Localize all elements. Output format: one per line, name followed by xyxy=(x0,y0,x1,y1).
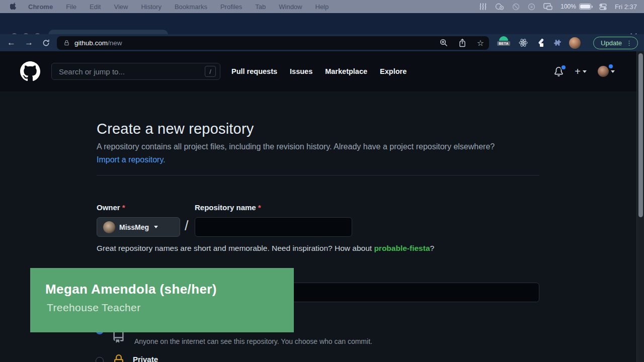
search-input[interactable] xyxy=(56,67,205,76)
battery-indicator[interactable]: 100% xyxy=(560,3,591,10)
share-icon[interactable] xyxy=(459,39,466,47)
macos-menubar: Chrome File Edit View History Bookmarks … xyxy=(0,0,644,13)
presenter-name: Megan Amendola (she/her) xyxy=(45,282,294,297)
back-button[interactable]: ← xyxy=(7,38,16,48)
menubar-clock[interactable]: Fri 2:37 xyxy=(615,3,637,11)
menubar-menus: Chrome File Edit View History Bookmarks … xyxy=(28,3,329,11)
bookmark-star-icon[interactable]: ☆ xyxy=(477,38,484,48)
menu-profiles[interactable]: Profiles xyxy=(220,3,242,11)
update-label: Update xyxy=(601,39,622,47)
github-nav: Pull requests Issues Marketplace Explore xyxy=(231,67,407,75)
repo-name-hint: Great repository names are short and mem… xyxy=(97,244,434,253)
battery-icon xyxy=(579,4,591,10)
owner-avatar xyxy=(103,221,115,233)
nav-issues[interactable]: Issues xyxy=(290,67,312,75)
menubar-status-area: 100% Fri 2:37 xyxy=(479,3,637,11)
url-path: /new xyxy=(108,39,122,47)
repository-name-input[interactable] xyxy=(195,217,352,237)
nav-pull-requests[interactable]: Pull requests xyxy=(231,67,277,75)
suggested-repo-name[interactable]: probable-fiesta xyxy=(374,244,430,252)
chevron-down-icon xyxy=(611,70,615,73)
slash-key-hint: / xyxy=(205,66,216,77)
github-search-box[interactable]: / xyxy=(51,63,220,80)
github-logo-icon[interactable] xyxy=(20,61,40,81)
browser-tabstrip: Create a New Repository × + xyxy=(0,13,644,34)
beta-badge: BETA xyxy=(497,41,510,46)
nav-marketplace[interactable]: Marketplace xyxy=(325,67,367,75)
owner-name: MissMeg xyxy=(119,223,149,231)
menu-file[interactable]: File xyxy=(66,3,76,11)
url-host: github.com xyxy=(74,39,108,47)
forward-button[interactable]: → xyxy=(25,38,33,48)
status-circle-icon[interactable] xyxy=(528,3,535,11)
control-center-icon[interactable] xyxy=(599,4,607,10)
create-new-dropdown[interactable]: + xyxy=(575,66,587,76)
hint-question-mark: ? xyxy=(430,244,435,252)
url-text: github.com/new xyxy=(74,39,122,47)
plus-icon: + xyxy=(575,66,581,76)
scrollbar-thumb[interactable] xyxy=(638,53,643,217)
presenter-lower-third: Megan Amendola (she/her) Treehouse Teach… xyxy=(30,268,294,332)
owner-repo-separator: / xyxy=(185,218,189,234)
screen: Chrome File Edit View History Bookmarks … xyxy=(0,0,644,362)
reload-button[interactable] xyxy=(42,39,50,47)
apple-menu-icon[interactable] xyxy=(10,3,17,11)
avatar-notification-dot xyxy=(608,63,614,69)
steam-waves-icon[interactable] xyxy=(479,3,487,10)
chevron-down-icon xyxy=(583,70,587,73)
menu-tab[interactable]: Tab xyxy=(255,3,266,11)
owner-select-button[interactable]: MissMeg xyxy=(97,217,180,237)
coin-badge-icon[interactable] xyxy=(495,3,504,10)
owner-label: Owner* xyxy=(97,203,125,212)
private-radio[interactable] xyxy=(96,357,104,362)
required-asterisk: * xyxy=(122,203,125,212)
notification-dot xyxy=(560,64,567,70)
notifications-bell-icon[interactable] xyxy=(554,67,564,76)
extensions-puzzle-icon[interactable] xyxy=(553,39,561,47)
repository-name-label: Repository name* xyxy=(195,203,261,212)
public-description: Anyone on the internet can see this repo… xyxy=(134,337,372,345)
browser-addressbar: ← → github.com/new xyxy=(0,34,644,51)
presenter-role: Treehouse Teacher xyxy=(47,302,294,314)
menu-window[interactable]: Window xyxy=(279,3,302,11)
menu-history[interactable]: History xyxy=(141,3,161,11)
intro-text: A repository contains all project files,… xyxy=(97,140,512,166)
private-label: Private xyxy=(133,355,158,362)
github-avatar xyxy=(598,66,609,77)
site-lock-icon[interactable] xyxy=(64,40,69,46)
page-title: Create a new repository xyxy=(97,121,254,137)
lock-icon xyxy=(113,354,125,362)
battery-percent: 100% xyxy=(560,3,576,10)
menu-chrome[interactable]: Chrome xyxy=(28,3,53,11)
github-header: / Pull requests Issues Marketplace Explo… xyxy=(0,51,644,92)
browser-menu-kebab-icon[interactable]: ⋮ xyxy=(626,39,632,47)
menu-edit[interactable]: Edit xyxy=(90,3,101,11)
menu-view[interactable]: View xyxy=(114,3,128,11)
chrome-update-button[interactable]: Update ⋮ xyxy=(593,37,638,49)
menu-bookmarks[interactable]: Bookmarks xyxy=(175,3,207,11)
eyedropper-extension-icon[interactable] xyxy=(535,38,545,48)
zoom-page-icon[interactable] xyxy=(440,39,448,47)
display-mirroring-icon[interactable] xyxy=(543,3,552,10)
required-asterisk: * xyxy=(258,203,261,212)
url-field[interactable]: github.com/new ☆ xyxy=(57,36,489,50)
beta-extension-icon[interactable]: BETA xyxy=(496,36,511,49)
extensions-area: BETA xyxy=(496,36,644,49)
profile-dropdown[interactable] xyxy=(598,66,615,77)
hint-text: Great repository names are short and mem… xyxy=(97,244,374,252)
nav-explore[interactable]: Explore xyxy=(380,67,407,75)
chevron-down-icon xyxy=(154,226,158,228)
scrollbar-track[interactable] xyxy=(636,51,644,362)
intro-sentence: A repository contains all project files,… xyxy=(97,142,495,151)
section-divider xyxy=(97,175,539,175)
chrome-profile-avatar[interactable] xyxy=(569,37,581,49)
menu-help[interactable]: Help xyxy=(315,3,329,11)
atom-extension-icon[interactable] xyxy=(519,38,528,47)
blocked-circle-icon[interactable] xyxy=(512,3,520,11)
import-repository-link[interactable]: Import a repository. xyxy=(97,155,166,164)
